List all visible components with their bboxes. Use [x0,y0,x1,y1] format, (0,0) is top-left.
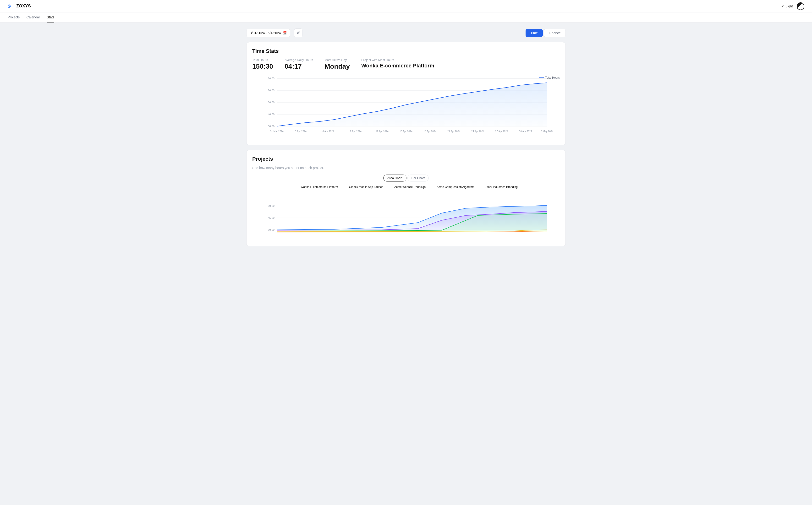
svg-text:80:00: 80:00 [268,101,274,104]
legend-acme-redesign: Acme Website Redesign [388,185,426,189]
globex-legend-label: Globex Mobile App Launch [349,185,383,189]
calendar-icon: 📅 [282,31,287,35]
svg-text:27 Apr 2024: 27 Apr 2024 [495,130,508,133]
area-fill [277,83,547,126]
chart-type-toggle: Area Chart Bar Chart [252,175,560,181]
svg-text:40:00: 40:00 [268,113,274,116]
svg-text:30:00: 30:00 [268,228,274,231]
wonka-legend-label: Wonka E-commerce Platform [300,185,338,189]
total-hours-label: Total Hours [252,58,273,62]
nav-stats[interactable]: Stats [47,12,54,22]
svg-text:12 Apr 2024: 12 Apr 2024 [376,130,389,133]
bar-chart-button[interactable]: Bar Chart [407,175,429,181]
legend-acme-compression: Acme Compression Algorithm [430,185,474,189]
stark-legend-color [479,187,484,187]
nav-calendar[interactable]: Calendar [26,12,40,22]
chart-legend-label: Total Hours [545,76,560,79]
time-chart-wrapper: Total Hours 160:00 120:00 80:00 40:00 00… [252,76,560,139]
acme-compression-legend-label: Acme Compression Algorithm [437,185,474,189]
legend-globex: Globex Mobile App Launch [343,185,383,189]
theme-toggle[interactable]: ☀ Light [781,4,793,8]
acme-redesign-legend-label: Acme Website Redesign [394,185,426,189]
svg-text:160:00: 160:00 [266,77,274,80]
avatar[interactable] [797,2,804,10]
svg-text:60:00: 60:00 [268,204,274,207]
stats-row: Total Hours 150:30 Average Daily Hours 0… [252,58,560,70]
legend-line-icon [539,77,544,78]
chart-legend: Total Hours [539,76,560,79]
main-content: 3/31/2024 - 5/4/2024 📅 ↺ Time Finance Ti… [239,23,573,257]
svg-text:9 Apr 2024: 9 Apr 2024 [350,130,362,133]
projects-title: Projects [252,156,560,162]
wonka-legend-color [294,187,299,187]
svg-text:21 Apr 2024: 21 Apr 2024 [447,130,460,133]
svg-text:45:00: 45:00 [268,216,274,219]
most-hours-label: Project with Most Hours [361,58,434,62]
acme-compression-legend-color [430,187,435,187]
svg-text:24 Apr 2024: 24 Apr 2024 [471,130,484,133]
globex-legend-color [343,187,348,187]
date-range-value: 3/31/2024 - 5/4/2024 [250,31,281,35]
acme-redesign-legend-color [388,187,393,187]
area-chart-button[interactable]: Area Chart [383,175,406,181]
svg-text:30 Apr 2024: 30 Apr 2024 [519,130,532,133]
avg-daily-stat: Average Daily Hours 04:17 [284,58,313,70]
avg-daily-label: Average Daily Hours [284,58,313,62]
nav: Projects Calendar Stats [0,12,812,23]
legend-stark: Stark Industries Branding [479,185,518,189]
time-stats-title: Time Stats [252,48,560,54]
app-name: ZOXYS [16,4,31,9]
header-right: ☀ Light [781,2,804,10]
refresh-button[interactable]: ↺ [294,28,302,37]
most-active-label: Most Active Day [325,58,350,62]
view-toggle: Time Finance [526,29,566,37]
avg-daily-value: 04:17 [284,63,313,70]
date-range-picker[interactable]: 3/31/2024 - 5/4/2024 📅 [246,29,290,37]
svg-text:6 Apr 2024: 6 Apr 2024 [323,130,334,133]
projects-card: Projects See how many hours you spent on… [246,150,566,246]
projects-subtitle: See how many hours you spent on each pro… [252,166,560,170]
sun-icon: ☀ [781,4,784,8]
nav-projects[interactable]: Projects [8,12,20,22]
svg-text:18 Apr 2024: 18 Apr 2024 [423,130,436,133]
most-active-value: Monday [325,63,350,70]
total-hours-stat: Total Hours 150:30 [252,58,273,70]
most-active-stat: Most Active Day Monday [325,58,350,70]
svg-text:3 Apr 2024: 3 Apr 2024 [295,130,307,133]
most-hours-project-stat: Project with Most Hours Wonka E-commerce… [361,58,434,70]
svg-text:15 Apr 2024: 15 Apr 2024 [400,130,412,133]
projects-chart-wrapper: 60:00 45:00 30:00 [252,191,560,240]
projects-area-chart: 60:00 45:00 30:00 [252,191,560,239]
time-view-button[interactable]: Time [526,29,543,37]
date-bar: 3/31/2024 - 5/4/2024 📅 ↺ Time Finance [246,28,566,37]
svg-text:120:00: 120:00 [266,89,274,92]
logo: ZOXYS [8,4,31,9]
time-area-chart: 160:00 120:00 80:00 40:00 00:00 31 M [252,76,560,138]
most-hours-value: Wonka E-commerce Platform [361,63,434,69]
svg-text:3 May 2024: 3 May 2024 [541,130,554,133]
project-legend: Wonka E-commerce Platform Globex Mobile … [252,185,560,189]
finance-view-button[interactable]: Finance [544,29,566,37]
theme-label: Light [786,4,793,8]
legend-wonka: Wonka E-commerce Platform [294,185,338,189]
avatar-image [797,2,804,10]
svg-text:31 Mar 2024: 31 Mar 2024 [270,130,284,133]
logo-icon [8,4,14,9]
svg-text:00:00: 00:00 [268,125,274,128]
time-stats-card: Time Stats Total Hours 150:30 Average Da… [246,42,566,145]
header: ZOXYS ☀ Light [0,0,812,12]
stark-legend-label: Stark Industries Branding [485,185,518,189]
refresh-icon: ↺ [297,31,300,35]
total-hours-value: 150:30 [252,63,273,70]
